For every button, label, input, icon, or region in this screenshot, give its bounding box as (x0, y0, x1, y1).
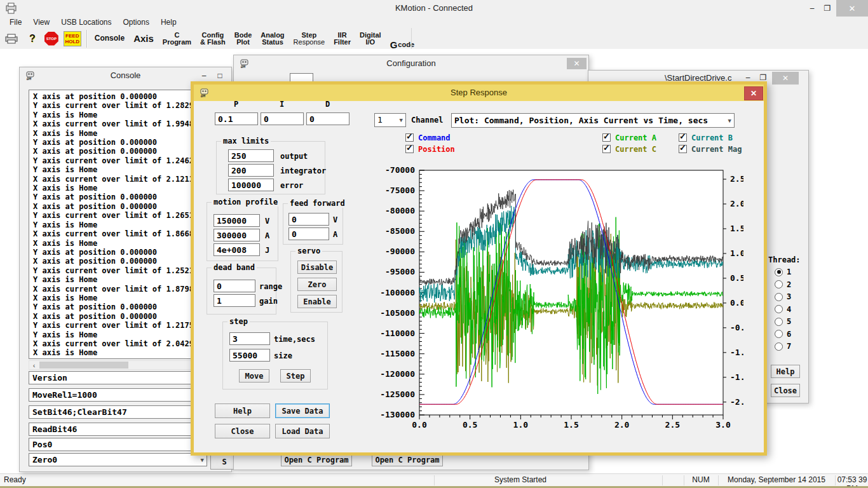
thread-radio-5[interactable]: 5 (775, 317, 791, 326)
motion-profile-title: motion profile (212, 198, 280, 207)
accel-field[interactable]: 300000 (214, 229, 260, 241)
toolbar-button-bode-plot[interactable]: BodePlot (230, 29, 257, 48)
servo-disable-button[interactable]: Disable (297, 261, 337, 274)
d-field[interactable]: 0 (306, 112, 349, 125)
thread-radio-1[interactable]: 1 (775, 268, 791, 276)
radio-icon[interactable] (775, 330, 783, 338)
ff-velocity-label: V (333, 215, 337, 224)
scrollbar-thumb[interactable] (39, 362, 128, 369)
toolbar-button-config-flash[interactable]: Config& Flash (196, 29, 230, 48)
help-button[interactable]: Help (215, 403, 270, 418)
console-maximize-button[interactable]: □ (212, 70, 227, 81)
menu-file[interactable]: File (4, 17, 27, 27)
thread-radio-7[interactable]: 7 (775, 342, 791, 351)
feedhold-icon[interactable]: FEED HOLD (64, 31, 81, 46)
editor-close-button-bottom[interactable]: Close (771, 384, 800, 397)
toolbar-button-step-response[interactable]: StepResponse (289, 29, 330, 48)
radio-icon[interactable] (775, 318, 783, 326)
error-field[interactable]: 100000 (228, 179, 274, 191)
checkbox-position[interactable]: ✓Position (405, 145, 414, 153)
checkbox-command[interactable]: ✓Command (405, 133, 414, 142)
servo-enable-button[interactable]: Enable (297, 295, 337, 308)
ff-accel-field[interactable]: 0 (288, 227, 329, 240)
svg-text:-100000: -100000 (380, 288, 415, 297)
load-data-button[interactable]: Load Data (275, 424, 330, 438)
thread-number-label: 6 (787, 330, 791, 339)
svg-text:2.0: 2.0 (614, 420, 630, 429)
radio-icon[interactable] (775, 268, 783, 276)
console-command-field-pos0[interactable]: Pos0 (29, 438, 207, 451)
svg-text:-0.5: -0.5 (730, 323, 743, 332)
console-command-field-readbit46[interactable]: ReadBit46 (29, 423, 207, 436)
toolbar-button-g-code[interactable]: Gcode (386, 29, 419, 48)
radio-icon[interactable] (775, 305, 783, 313)
radio-icon[interactable] (775, 280, 783, 288)
close-button-sr[interactable]: Close (215, 424, 270, 438)
checkbox-current-c[interactable]: ✓Current C (602, 145, 611, 153)
radio-icon[interactable] (775, 342, 783, 351)
toolbar-button-c-program[interactable]: CProgram (158, 29, 196, 48)
console-command-field-version[interactable]: Version (29, 371, 207, 384)
time-field[interactable]: 3 (229, 332, 270, 345)
save-data-button[interactable]: Save Data (275, 403, 330, 418)
configuration-titlebar[interactable]: DM Configuration ✕ (234, 55, 588, 72)
jerk-field[interactable]: 4e+008 (214, 243, 260, 256)
toolbar-button-console[interactable]: Console (90, 29, 129, 48)
step-response-title: Step Response (194, 88, 764, 97)
close-button[interactable]: ✕ (836, 0, 868, 17)
menu-view[interactable]: View (27, 17, 55, 27)
plot-type-select[interactable]: Plot: Command, Position, Axis Current vs… (451, 113, 735, 128)
thread-radio-4[interactable]: 4 (775, 305, 791, 314)
status-system: System Started (434, 475, 606, 485)
range-field[interactable]: 0 (214, 280, 255, 292)
thread-radio-2[interactable]: 2 (775, 280, 791, 289)
gain-field[interactable]: 1 (214, 294, 255, 307)
menu-usb-locations[interactable]: USB Locations (55, 17, 117, 27)
move-button[interactable]: Move (239, 369, 269, 383)
console-command-field-moverel1-1000[interactable]: MoveRel1=1000 (29, 388, 207, 402)
step-button[interactable]: Step (280, 369, 311, 383)
range-label: range (259, 282, 282, 291)
radio-icon[interactable] (775, 293, 783, 301)
checkbox-current-b[interactable]: ✓Current B (679, 133, 687, 142)
integrator-field[interactable]: 200 (228, 164, 274, 177)
toolbar-label: code (398, 41, 414, 48)
i-field[interactable]: 0 (261, 112, 304, 125)
toolbar-button-digital-i-o[interactable]: DigitalI/O (355, 29, 386, 48)
restore-button[interactable]: ❐ (820, 0, 835, 17)
editor-close-button[interactable]: ✕ (772, 72, 799, 85)
svg-text:1.5: 1.5 (730, 224, 743, 233)
thread-radio-6[interactable]: 6 (775, 330, 791, 339)
step-response-titlebar[interactable]: DM Step Response ✕ (194, 85, 764, 101)
output-field[interactable]: 250 (228, 149, 274, 162)
print-icon[interactable] (5, 34, 18, 44)
thread-radio-3[interactable]: 3 (775, 292, 791, 301)
menu-options[interactable]: Options (118, 17, 155, 27)
checkbox-current-a[interactable]: ✓Current A (602, 133, 611, 142)
help-icon[interactable]: ? (29, 33, 36, 44)
checkbox-current-mag[interactable]: ✓Current Mag (679, 145, 687, 153)
toolbar-button-axis[interactable]: Axis (129, 29, 158, 48)
stop-icon[interactable]: STOP (44, 32, 58, 46)
ff-velocity-field[interactable]: 0 (288, 213, 329, 226)
servo-zero-button[interactable]: Zero (297, 278, 337, 291)
configuration-close-button[interactable]: ✕ (567, 58, 587, 69)
toolbar-button-analog-status[interactable]: AnalogStatus (256, 29, 288, 48)
toolbar-button-iir-filter[interactable]: IIRFilter (329, 29, 355, 48)
console-command-field-zero0[interactable]: Zero0▼ (29, 453, 207, 466)
accel-label: A (265, 231, 269, 240)
menu-help[interactable]: Help (155, 17, 182, 27)
main-titlebar[interactable]: KMotion - Connected – ❐ ✕ (0, 0, 868, 17)
size-field[interactable]: 55000 (229, 349, 270, 362)
toolbar-label: IIR (338, 32, 347, 39)
scroll-left-icon[interactable]: ‹ (29, 361, 39, 369)
p-field[interactable]: 0.1 (215, 112, 258, 125)
velocity-field[interactable]: 150000 (214, 214, 260, 227)
console-command-field-setbit46-clearbit47[interactable]: SetBit46;ClearBit47 (29, 405, 207, 419)
console-minimize-button[interactable]: – (196, 70, 212, 81)
channel-select[interactable]: 1 ▼ (374, 113, 406, 127)
editor-help-button[interactable]: Help (771, 365, 800, 378)
minimize-button[interactable]: – (804, 0, 820, 17)
step-response-close-button[interactable]: ✕ (744, 86, 763, 100)
svg-text:0.0: 0.0 (730, 298, 743, 308)
